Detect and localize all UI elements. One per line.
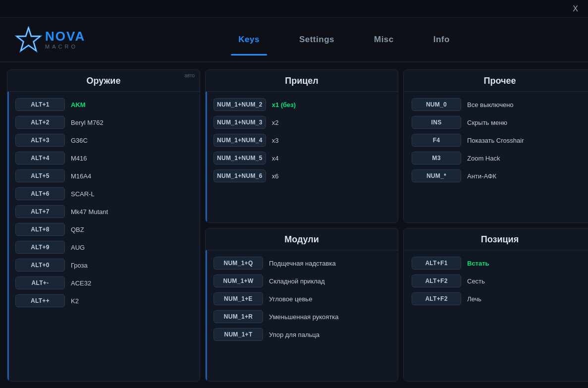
list-item: ALT++ K2: [12, 292, 195, 310]
key-button[interactable]: NUM_1+Q: [214, 257, 263, 270]
key-label: Скрыть меню: [467, 119, 507, 126]
panel-prizcel-title: Прицел: [285, 76, 319, 86]
list-item: NUM_1+NUM_6 x6: [211, 167, 393, 185]
key-button[interactable]: NUM_1+NUM_3: [214, 116, 266, 129]
list-item: ALT+4 M416: [12, 149, 195, 167]
key-button[interactable]: ALT+1: [15, 98, 65, 111]
titlebar: X: [0, 0, 588, 18]
key-button[interactable]: ALT+-: [15, 277, 65, 289]
header: NOVA MACRO Keys Settings Misc Info: [0, 18, 588, 62]
key-label: AKM: [71, 101, 86, 109]
panel-oruzhie: Оружие авто ALT+1 AKM ALT+2 Beryl M762 A…: [7, 69, 200, 382]
key-label: Угловое цевье: [269, 295, 312, 303]
key-button[interactable]: ALT+8: [15, 223, 65, 236]
key-button[interactable]: NUM_1+NUM_2: [214, 98, 266, 111]
panel-moduli-body[interactable]: NUM_1+Q Подщечная надставка NUM_1+W Скла…: [206, 250, 398, 381]
logo-text: NOVA MACRO: [45, 30, 85, 50]
logo: NOVA MACRO: [15, 26, 85, 54]
list-item: M3 Zoom Hack: [409, 149, 588, 167]
list-item: ALT+F2 Лечь: [409, 290, 588, 308]
key-button[interactable]: NUM_1+NUM_4: [214, 134, 266, 147]
panel-moduli: Модули NUM_1+Q Подщечная надставка NUM_1…: [205, 228, 398, 382]
key-button[interactable]: ALT+0: [15, 259, 65, 272]
list-item: ALT+6 SCAR-L: [12, 185, 195, 203]
key-label: Подщечная надставка: [269, 260, 336, 267]
close-button[interactable]: X: [569, 2, 582, 15]
nav-misc[interactable]: Misc: [354, 30, 414, 50]
list-item: NUM_1+W Складной приклад: [211, 272, 393, 290]
key-label: Гроза: [71, 262, 88, 269]
list-item: ALT+5 M16A4: [12, 167, 195, 185]
logo-nova-ova: OVA: [55, 29, 85, 44]
key-button[interactable]: NUM_*: [412, 169, 461, 182]
panel-oruzhie-title: Оружие: [87, 76, 121, 86]
list-item: ALT+1 AKM: [12, 96, 195, 113]
nav-info[interactable]: Info: [414, 30, 470, 50]
list-item: ALT+9 AUG: [12, 238, 195, 256]
list-item: NUM_1+NUM_4 x3: [211, 131, 393, 149]
list-item: ALT+3 G36C: [12, 131, 195, 149]
key-button[interactable]: NUM_1+T: [214, 328, 263, 341]
key-label: x6: [272, 172, 279, 180]
key-button[interactable]: NUM_1+NUM_5: [214, 152, 266, 165]
key-label: K2: [71, 297, 79, 305]
key-button[interactable]: NUM_1+E: [214, 292, 263, 305]
key-label: SCAR-L: [71, 190, 95, 198]
avto-badge: авто: [184, 73, 195, 78]
key-label: G36C: [71, 137, 88, 144]
list-item: NUM_1+NUM_2 x1 (без): [211, 96, 393, 113]
panel-oruzhie-body[interactable]: ALT+1 AKM ALT+2 Beryl M762 ALT+3 G36C AL…: [7, 92, 200, 381]
panel-prizcel-body[interactable]: NUM_1+NUM_2 x1 (без) NUM_1+NUM_3 x2 NUM_…: [206, 92, 398, 222]
key-label: QBZ: [71, 226, 84, 233]
key-label: x2: [272, 119, 279, 126]
key-button[interactable]: ALT+2: [15, 116, 65, 129]
key-label: Уменьшенная рукоятка: [269, 313, 339, 321]
panel-poziciya-body[interactable]: ALT+F1 Встать ALT+F2 Сесть ALT+F2 Лечь: [404, 250, 588, 381]
key-button[interactable]: ALT+6: [15, 187, 65, 200]
list-item: ALT+F1 Встать: [409, 254, 588, 272]
key-label: AUG: [71, 244, 85, 251]
key-button[interactable]: ALT+5: [15, 169, 65, 182]
key-button[interactable]: NUM_1+NUM_6: [214, 169, 266, 182]
list-item: ALT+0 Гроза: [12, 256, 195, 274]
key-button[interactable]: NUM_1+W: [214, 275, 263, 287]
key-button[interactable]: F4: [412, 134, 461, 147]
key-label: M16A4: [71, 172, 91, 180]
key-label: Показать Crosshair: [467, 137, 524, 144]
key-button[interactable]: ALT+F2: [412, 292, 461, 305]
list-item: ALT+- ACE32: [12, 274, 195, 292]
panel-prochee-body[interactable]: NUM_0 Все выключено INS Скрыть меню F4 П…: [404, 92, 588, 222]
panel-prizcel: Прицел NUM_1+NUM_2 x1 (без) NUM_1+NUM_3 …: [205, 69, 398, 223]
key-button[interactable]: NUM_0: [412, 98, 461, 111]
nav-keys[interactable]: Keys: [218, 30, 279, 50]
key-button[interactable]: ALT++: [15, 294, 65, 307]
key-label: M416: [71, 155, 87, 162]
key-button[interactable]: NUM_1+R: [214, 310, 263, 323]
key-button[interactable]: ALT+3: [15, 134, 65, 147]
key-button[interactable]: ALT+9: [15, 241, 65, 254]
key-button[interactable]: ALT+7: [15, 205, 65, 218]
list-item: F4 Показать Crosshair: [409, 131, 588, 149]
key-label: Складной приклад: [269, 277, 325, 285]
key-button[interactable]: INS: [412, 116, 461, 129]
panel-poziciya-header: Позиция: [404, 228, 588, 250]
panel-moduli-header: Модули: [206, 228, 398, 250]
key-label: Лечь: [467, 295, 481, 303]
key-button[interactable]: M3: [412, 152, 461, 165]
panel-prochee-header: Прочее: [404, 70, 588, 92]
list-item: NUM_* Анти-АФК: [409, 167, 588, 185]
key-label: x1 (без): [272, 101, 296, 109]
list-item: NUM_1+R Уменьшенная рукоятка: [211, 308, 393, 326]
list-item: NUM_1+NUM_3 x2: [211, 113, 393, 131]
nav-settings[interactable]: Settings: [279, 30, 354, 50]
key-label: ACE32: [71, 279, 91, 287]
key-label: x3: [272, 137, 279, 144]
key-button[interactable]: ALT+F1: [412, 257, 461, 270]
list-item: INS Скрыть меню: [409, 113, 588, 131]
key-button[interactable]: ALT+F2: [412, 275, 461, 287]
key-label: x4: [272, 155, 279, 162]
key-label: Сесть: [467, 277, 485, 285]
key-button[interactable]: ALT+4: [15, 152, 65, 165]
list-item: ALT+2 Beryl M762: [12, 113, 195, 131]
list-item: NUM_1+Q Подщечная надставка: [211, 254, 393, 272]
